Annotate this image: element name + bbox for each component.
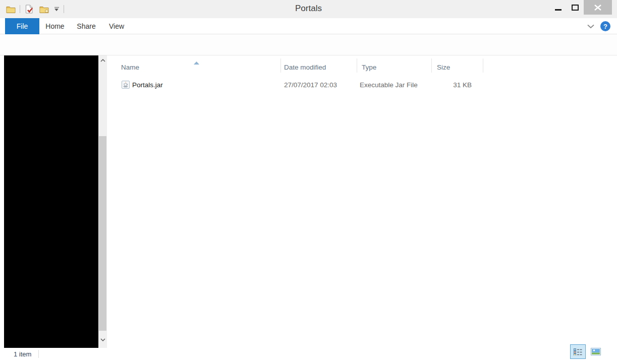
column-header-size[interactable]: Size xyxy=(437,59,450,75)
status-divider xyxy=(38,350,39,358)
file-type: Executable Jar File xyxy=(360,78,418,91)
maximize-icon xyxy=(572,5,579,11)
file-date-modified: 27/07/2017 02:03 xyxy=(284,78,337,91)
explorer-window: Portals File Home Share View ? xyxy=(0,0,617,364)
chevron-up-icon xyxy=(100,59,105,62)
navigation-pane-scrollbar[interactable] xyxy=(98,55,107,348)
column-header-date-modified[interactable]: Date modified xyxy=(284,59,326,75)
chevron-down-icon xyxy=(100,338,105,341)
thumbnail-view-icon xyxy=(591,348,601,355)
minimize-button[interactable] xyxy=(549,0,567,15)
maximize-button[interactable] xyxy=(567,0,584,15)
column-divider[interactable] xyxy=(281,58,281,73)
column-header-type[interactable]: Type xyxy=(362,59,376,75)
window-title: Portals xyxy=(0,4,617,14)
column-divider[interactable] xyxy=(483,58,483,73)
navigation-pane[interactable] xyxy=(4,55,98,348)
help-button[interactable]: ? xyxy=(600,21,610,31)
sort-ascending-icon xyxy=(194,57,199,67)
column-divider[interactable] xyxy=(357,58,357,73)
close-button[interactable] xyxy=(584,0,612,15)
large-icons-view-button[interactable] xyxy=(588,344,603,359)
scrollbar-thumb[interactable] xyxy=(99,136,106,331)
details-view-icon xyxy=(574,348,582,355)
title-bar: Portals xyxy=(0,0,617,18)
navigation-bar: « Program Files Steam steamapps common R… xyxy=(0,34,617,55)
file-row[interactable]: Portals.jar 27/07/2017 02:03 Executable … xyxy=(107,78,490,91)
scroll-down-button[interactable] xyxy=(98,336,107,344)
file-name: Portals.jar xyxy=(132,78,163,91)
item-count: 1 item xyxy=(14,350,31,358)
file-list: Name Date modified Type Size Portals.jar… xyxy=(107,55,609,348)
window-controls xyxy=(549,0,612,15)
tab-home[interactable]: Home xyxy=(43,18,67,34)
file-size: 31 KB xyxy=(421,78,472,91)
scroll-up-button[interactable] xyxy=(98,56,107,65)
minimize-icon xyxy=(555,9,562,11)
close-icon xyxy=(594,5,601,11)
column-divider[interactable] xyxy=(431,58,432,73)
chevron-down-icon xyxy=(587,24,594,29)
status-bar: 1 item xyxy=(4,348,609,360)
java-jar-icon xyxy=(122,78,131,91)
tab-share[interactable]: Share xyxy=(75,18,98,34)
details-view-button[interactable] xyxy=(570,344,586,359)
tab-file[interactable]: File xyxy=(5,18,39,34)
tab-view[interactable]: View xyxy=(105,18,128,34)
ribbon-tab-bar: File Home Share View ? xyxy=(0,18,617,34)
view-switcher xyxy=(570,344,603,359)
collapse-ribbon-button[interactable] xyxy=(586,23,595,30)
column-header-name[interactable]: Name xyxy=(121,59,139,75)
